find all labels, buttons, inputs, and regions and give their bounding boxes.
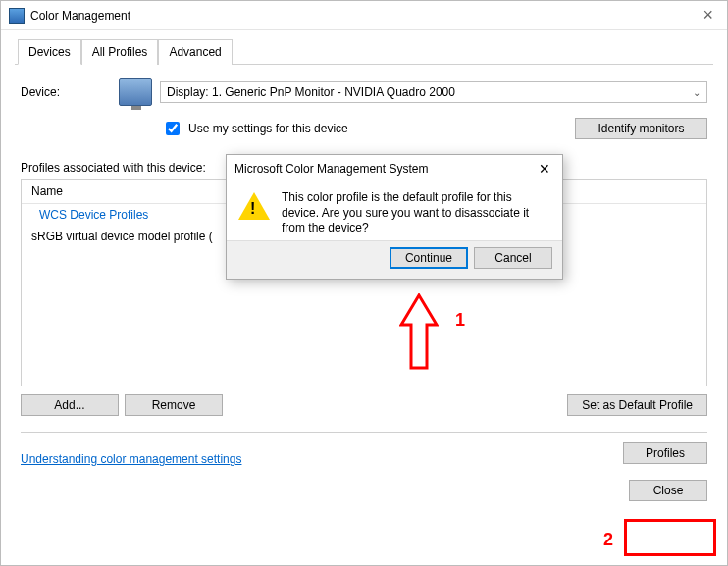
chevron-down-icon: ⌄: [693, 87, 701, 98]
monitor-icon: [119, 78, 152, 106]
annotation-label-2: 2: [603, 530, 613, 550]
add-button[interactable]: Add...: [21, 394, 119, 416]
remove-button[interactable]: Remove: [125, 394, 223, 416]
dialog-button-row: Continue Cancel: [227, 240, 562, 279]
close-button[interactable]: Close: [629, 480, 707, 501]
continue-button[interactable]: Continue: [390, 247, 468, 269]
confirm-dialog: Microsoft Color Management System ✕ This…: [226, 154, 563, 280]
separator: [21, 432, 707, 433]
dialog-message: This color profile is the default profil…: [282, 190, 550, 236]
device-dropdown-value: Display: 1. Generic PnP Monitor - NVIDIA…: [167, 85, 455, 99]
window-titlebar: Color Management ×: [1, 1, 727, 30]
dialog-titlebar: Microsoft Color Management System ✕: [227, 155, 562, 182]
help-link[interactable]: Understanding color management settings: [21, 452, 241, 466]
window-title: Color Management: [30, 9, 697, 23]
device-label: Device:: [21, 85, 119, 99]
device-settings-row: Use my settings for this device Identify…: [15, 112, 713, 145]
tab-devices[interactable]: Devices: [18, 39, 81, 65]
window-close-button[interactable]: ×: [697, 5, 719, 26]
device-row: Device: Display: 1. Generic PnP Monitor …: [15, 78, 713, 106]
set-default-profile-button[interactable]: Set as Default Profile: [567, 394, 707, 416]
use-my-settings-input[interactable]: [166, 122, 180, 135]
use-my-settings-checkbox[interactable]: Use my settings for this device: [162, 119, 348, 138]
profile-buttons-row: Add... Remove Set as Default Profile: [21, 394, 707, 416]
tab-strip: Devices All Profiles Advanced: [15, 38, 713, 65]
warning-icon: [238, 192, 270, 220]
footer-area: Understanding color management settings …: [21, 442, 707, 501]
cancel-button[interactable]: Cancel: [474, 247, 552, 269]
tab-advanced[interactable]: Advanced: [158, 39, 232, 65]
annotation-close-highlight: [624, 519, 716, 556]
dialog-close-button[interactable]: ✕: [535, 161, 554, 177]
app-icon: [9, 8, 25, 24]
use-my-settings-label: Use my settings for this device: [188, 122, 348, 135]
dialog-body: This color profile is the default profil…: [227, 182, 562, 240]
annotation-label-1: 1: [455, 310, 465, 331]
dialog-title: Microsoft Color Management System: [234, 162, 535, 176]
profiles-button[interactable]: Profiles: [623, 442, 707, 464]
tab-all-profiles[interactable]: All Profiles: [81, 39, 159, 65]
identify-monitors-button[interactable]: Identify monitors: [575, 118, 707, 139]
device-dropdown[interactable]: Display: 1. Generic PnP Monitor - NVIDIA…: [160, 81, 707, 103]
